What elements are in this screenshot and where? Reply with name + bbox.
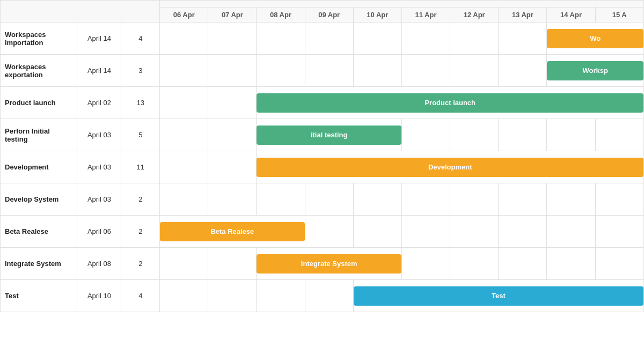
day-cell-5-4: [353, 183, 401, 216]
day-cell-2-0: [160, 87, 208, 119]
day-cell-3-6: [450, 119, 499, 151]
day-cell-7-8: [547, 248, 595, 280]
day-cell-1-2: [257, 55, 305, 87]
day-cell-7-5: [401, 248, 450, 280]
task-name: Perforn Initial testing: [1, 119, 77, 151]
task-bar-8: Test: [354, 286, 643, 306]
task-name: Beta Realese: [1, 216, 77, 248]
day-cell-0-8: Wo: [547, 23, 644, 55]
task-start: April 03: [77, 119, 121, 151]
day-cell-6-9: [595, 216, 643, 248]
task-name: Development: [1, 151, 77, 183]
day-cell-5-5: [401, 183, 450, 216]
task-bar-3: itial testing: [257, 125, 401, 145]
day-cell-8-2: [257, 280, 305, 312]
day-cell-1-8: Worksp: [547, 55, 644, 87]
task-name: Workspaces importation: [1, 23, 77, 55]
day-cell-6-7: [499, 216, 547, 248]
task-bar-0: Wo: [547, 29, 643, 48]
day-cell-8-3: [305, 280, 353, 312]
task-bar-6: Beta Realese: [160, 222, 304, 241]
day-header-6: 12 Apr: [450, 8, 499, 23]
day-cell-0-2: [257, 23, 305, 55]
task-bar-1: Worksp: [547, 61, 643, 80]
day-cell-5-1: [208, 183, 257, 216]
duration-header: [121, 1, 160, 23]
day-cell-7-1: [208, 248, 257, 280]
day-header-2: 08 Apr: [257, 8, 305, 23]
day-cell-5-9: [595, 183, 643, 216]
day-header-8: 14 Apr: [547, 8, 595, 23]
day-cell-1-0: [160, 55, 208, 87]
day-cell-3-1: [208, 119, 257, 151]
day-cell-8-4: Test: [353, 280, 643, 312]
day-cell-3-7: [499, 119, 547, 151]
task-start: April 06: [77, 216, 121, 248]
task-name: Develop System: [1, 183, 77, 216]
day-header-3: 09 Apr: [305, 8, 353, 23]
task-start: April 14: [77, 23, 121, 55]
day-header-5: 11 Apr: [401, 8, 450, 23]
day-cell-6-0: Beta Realese: [160, 216, 305, 248]
day-cell-4-0: [160, 151, 208, 183]
task-name: Product launch: [1, 87, 77, 119]
day-cell-7-2: Integrate System: [257, 248, 401, 280]
task-duration: 5: [121, 119, 160, 151]
day-cell-3-8: [547, 119, 595, 151]
day-cell-5-3: [305, 183, 353, 216]
task-duration: 2: [121, 183, 160, 216]
day-cell-0-5: [401, 23, 450, 55]
day-cell-0-4: [353, 23, 401, 55]
task-duration: 11: [121, 151, 160, 183]
task-name: Workspaces exportation: [1, 55, 77, 87]
day-cell-5-0: [160, 183, 208, 216]
day-cell-6-6: [450, 216, 499, 248]
task-duration: 4: [121, 23, 160, 55]
task-header: [1, 1, 77, 23]
day-cell-2-2: Product launch: [257, 87, 644, 119]
task-start: April 08: [77, 248, 121, 280]
day-cell-7-9: [595, 248, 643, 280]
day-cell-1-5: [401, 55, 450, 87]
task-bar-4: Development: [257, 158, 643, 177]
day-cell-5-8: [547, 183, 595, 216]
day-cell-7-6: [450, 248, 499, 280]
task-duration: 2: [121, 216, 160, 248]
day-header-7: 13 Apr: [499, 8, 547, 23]
table-row: Integrate SystemApril 082Integrate Syste…: [1, 248, 644, 280]
day-cell-1-3: [305, 55, 353, 87]
task-duration: 4: [121, 280, 160, 312]
table-row: DevelopmentApril 0311Development: [1, 151, 644, 183]
table-row: Workspaces exportationApril 143Worksp: [1, 55, 644, 87]
day-cell-6-8: [547, 216, 595, 248]
day-cell-8-1: [208, 280, 257, 312]
day-header-9: 15 A: [595, 8, 643, 23]
task-duration: 13: [121, 87, 160, 119]
day-cell-8-0: [160, 280, 208, 312]
week-header: [160, 1, 644, 8]
day-cell-5-6: [450, 183, 499, 216]
day-header-1: 07 Apr: [208, 8, 257, 23]
day-cell-7-0: [160, 248, 208, 280]
task-start: April 10: [77, 280, 121, 312]
day-cell-1-1: [208, 55, 257, 87]
task-name: Test: [1, 280, 77, 312]
day-cell-1-4: [353, 55, 401, 87]
day-cell-1-7: [499, 55, 547, 87]
gantt-table: 06 Apr07 Apr08 Apr09 Apr10 Apr11 Apr12 A…: [0, 0, 644, 312]
day-cell-4-1: [208, 151, 257, 183]
start-header: [77, 1, 121, 23]
day-cell-0-1: [208, 23, 257, 55]
day-cell-1-6: [450, 55, 499, 87]
task-duration: 2: [121, 248, 160, 280]
task-bar-7: Integrate System: [257, 254, 401, 274]
table-row: Develop SystemApril 032: [1, 183, 644, 216]
day-cell-6-4: [353, 216, 401, 248]
table-row: Workspaces importationApril 144Wo: [1, 23, 644, 55]
gantt-chart: 06 Apr07 Apr08 Apr09 Apr10 Apr11 Apr12 A…: [0, 0, 644, 312]
day-cell-3-9: [595, 119, 643, 151]
day-cell-7-7: [499, 248, 547, 280]
task-bar-2: Product launch: [257, 93, 643, 113]
task-duration: 3: [121, 55, 160, 87]
day-cell-0-6: [450, 23, 499, 55]
